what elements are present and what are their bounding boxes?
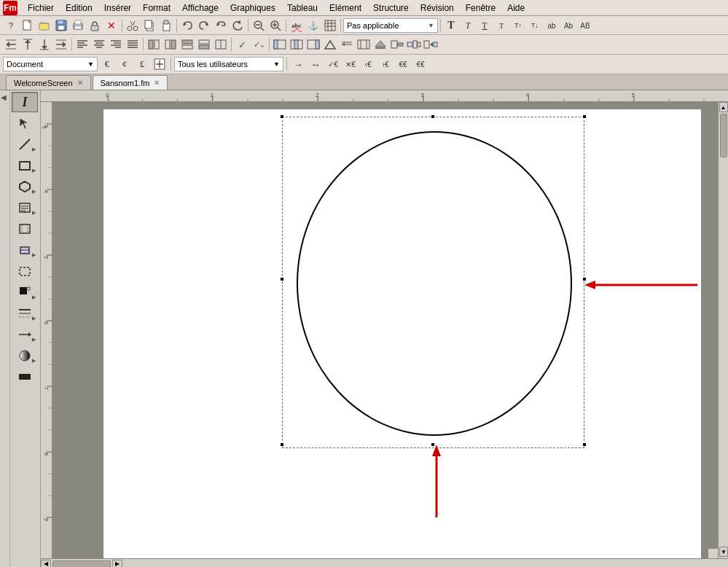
- canvas[interactable]: [52, 102, 718, 558]
- tool-fill[interactable]: ▶: [12, 282, 38, 302]
- indent-right-button[interactable]: [53, 36, 69, 52]
- menu-edition[interactable]: Edition: [60, 1, 98, 15]
- tool-anchored-frame[interactable]: [12, 219, 38, 239]
- menu-format[interactable]: Format: [137, 1, 176, 15]
- str-btn6[interactable]: [356, 36, 372, 52]
- handle-tl[interactable]: [280, 114, 284, 119]
- menu-fichier[interactable]: Fichier: [22, 1, 60, 15]
- layout-btn3[interactable]: [179, 36, 195, 52]
- check2-button[interactable]: ✓₊: [251, 36, 267, 52]
- tool-text-cursor[interactable]: I: [12, 92, 38, 112]
- tab-sansnom[interactable]: Sansnom1.fm ✕: [93, 75, 168, 90]
- tool-gradient[interactable]: ▶: [12, 345, 38, 366]
- scroll-v-up-button[interactable]: ▲: [719, 102, 728, 112]
- font-T1-button[interactable]: T: [443, 17, 459, 34]
- indent-left-button[interactable]: [3, 36, 19, 52]
- cut-button[interactable]: [125, 17, 141, 34]
- layout-btn4[interactable]: [196, 36, 212, 52]
- menu-structure[interactable]: Structure: [367, 1, 415, 15]
- refresh-button[interactable]: [230, 17, 246, 34]
- str-btn5[interactable]: [339, 36, 355, 52]
- font-T5-button[interactable]: T↑: [510, 17, 526, 34]
- tab-welcomescreen-close[interactable]: ✕: [77, 79, 83, 87]
- tool-object[interactable]: ▶: [12, 240, 38, 260]
- flow-btn7[interactable]: €€: [395, 56, 411, 72]
- horizontal-scrollbar[interactable]: ◀ ▶: [41, 558, 728, 567]
- str-btn3[interactable]: [305, 36, 321, 52]
- menu-inserer[interactable]: Insérer: [98, 1, 137, 15]
- spellcheck-button[interactable]: abc: [289, 17, 305, 34]
- euro-btn[interactable]: €: [99, 56, 115, 72]
- str-btn2[interactable]: [289, 36, 305, 52]
- layout-btn2[interactable]: [163, 36, 179, 52]
- align-center-button[interactable]: [91, 36, 107, 52]
- align-left-button[interactable]: [74, 36, 90, 52]
- indent-down-button[interactable]: [36, 36, 52, 52]
- handle-ml[interactable]: [280, 277, 284, 281]
- paste-button[interactable]: [158, 17, 174, 34]
- menu-fenetre[interactable]: Fenêtre: [460, 1, 501, 15]
- tool-polygon[interactable]: ▶: [12, 176, 38, 197]
- flow-btn3[interactable]: ✓€: [325, 56, 341, 72]
- handle-tc[interactable]: [431, 114, 435, 119]
- anchor-button[interactable]: ⚓: [305, 17, 321, 34]
- style-dropdown[interactable]: Document ▼: [3, 57, 98, 71]
- handle-tr[interactable]: [582, 114, 587, 119]
- str-btn10[interactable]: [423, 36, 439, 52]
- open-button[interactable]: [36, 17, 52, 34]
- indent-up-button[interactable]: [20, 36, 36, 52]
- menu-revision[interactable]: Révision: [415, 1, 460, 15]
- flow-btn5[interactable]: ‹€: [360, 56, 376, 72]
- circle-shape[interactable]: [297, 131, 572, 436]
- handle-br[interactable]: [582, 442, 587, 447]
- menu-graphiques[interactable]: Graphiques: [224, 1, 281, 15]
- print-button[interactable]: [70, 17, 86, 34]
- str-btn4[interactable]: [322, 36, 338, 52]
- scroll-h-thumb[interactable]: [52, 560, 111, 568]
- scroll-h-right-button[interactable]: ▶: [112, 560, 122, 568]
- flow-btn6[interactable]: ›€: [377, 56, 394, 72]
- users-dropdown[interactable]: Tous les utilisateurs ▼: [174, 57, 283, 71]
- font-ab-button[interactable]: ab: [544, 17, 560, 34]
- tool-textbox[interactable]: ▶: [12, 198, 38, 218]
- pas-applicable-dropdown[interactable]: Pas applicable ▼: [343, 18, 438, 33]
- zoom-out-button[interactable]: [251, 17, 267, 34]
- tool-linestyle[interactable]: ▶: [12, 303, 38, 324]
- undo-button[interactable]: [179, 17, 195, 34]
- menu-aide[interactable]: Aide: [501, 1, 531, 15]
- pound-btn[interactable]: ₤: [134, 56, 150, 72]
- align-right-button[interactable]: [108, 36, 124, 52]
- undo2-button[interactable]: [213, 17, 229, 34]
- tool-rect[interactable]: ▶: [12, 155, 38, 176]
- flow-btn8[interactable]: €€: [412, 56, 428, 72]
- scroll-v-down-button[interactable]: ▼: [719, 547, 728, 557]
- new-button[interactable]: [20, 17, 36, 34]
- font-Ab-button[interactable]: Ab: [560, 17, 576, 34]
- tool-dashed-rect[interactable]: [12, 261, 38, 281]
- zoom-in-button[interactable]: [267, 17, 283, 34]
- tool-pointer[interactable]: [12, 113, 38, 133]
- layout-btn5[interactable]: [213, 36, 229, 52]
- menu-element[interactable]: Elément: [324, 1, 367, 15]
- layout-btn1[interactable]: [146, 36, 162, 52]
- flow-btn4[interactable]: ✕€: [343, 56, 359, 72]
- help-button[interactable]: ?: [3, 17, 19, 34]
- font-T2-button[interactable]: T: [460, 17, 476, 34]
- tool-line[interactable]: ▶: [12, 134, 38, 155]
- font-T3-button[interactable]: T: [477, 17, 493, 34]
- align-justify-button[interactable]: [125, 36, 141, 52]
- vertical-scrollbar[interactable]: ▲ ▼: [718, 102, 728, 558]
- table-button[interactable]: [322, 17, 338, 34]
- str-btn1[interactable]: [272, 36, 288, 52]
- tab-sansnom-close[interactable]: ✕: [154, 79, 160, 87]
- check1-button[interactable]: ✓: [234, 36, 250, 52]
- copy-button[interactable]: [141, 17, 157, 34]
- tab-welcomescreen[interactable]: WelcomeScreen ✕: [6, 75, 91, 90]
- str-btn9[interactable]: [406, 36, 422, 52]
- save-button[interactable]: [53, 17, 69, 34]
- redo-button[interactable]: [196, 17, 212, 34]
- new-style-btn[interactable]: [152, 56, 168, 72]
- scroll-v-thumb[interactable]: [720, 114, 727, 157]
- font-T4-button[interactable]: T: [493, 17, 509, 34]
- font-AB-button[interactable]: AB: [577, 17, 593, 34]
